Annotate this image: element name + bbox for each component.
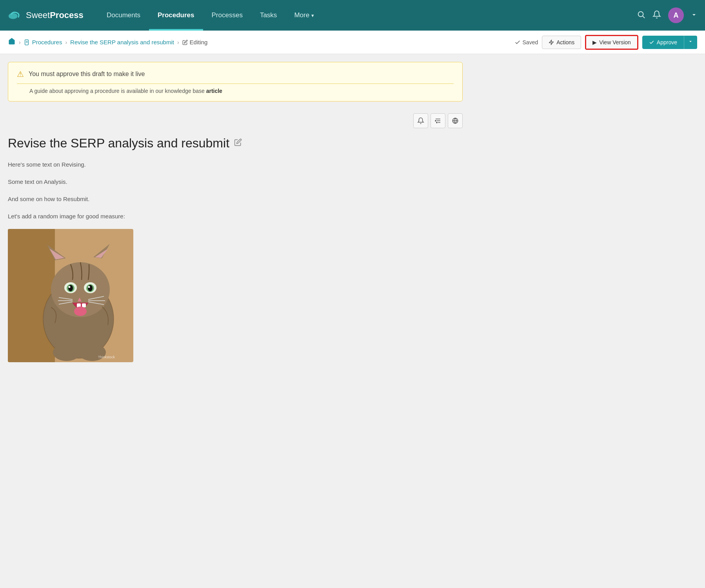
logo-sweet: Sweet (26, 10, 50, 20)
svg-point-28 (88, 285, 93, 291)
approve-button[interactable]: Approve (642, 36, 684, 49)
svg-text:Thinkstock: Thinkstock (98, 355, 115, 359)
svg-marker-6 (549, 40, 554, 45)
caret-down-icon (688, 39, 693, 44)
check-approve-icon (649, 40, 654, 45)
warning-title-text: You must approve this draft to make it l… (29, 71, 145, 78)
svg-point-29 (69, 286, 71, 288)
globe-tool-button[interactable] (448, 113, 463, 128)
breadcrumb-sep-3: › (177, 39, 179, 45)
svg-point-11 (436, 122, 437, 123)
document-image: Thinkstock (8, 229, 133, 362)
svg-rect-15 (8, 229, 55, 362)
document-title: Revise the SERP analysis and resubmit (8, 136, 463, 151)
chevron-down-icon: ▾ (311, 13, 314, 18)
check-icon (514, 39, 521, 45)
approve-group: Approve (642, 36, 697, 49)
document-title-text: Revise the SERP analysis and resubmit (8, 136, 229, 151)
warning-icon: ⚠ (17, 69, 24, 79)
svg-line-2 (643, 16, 645, 18)
svg-point-34 (74, 307, 87, 316)
main-content: ⚠ You must approve this draft to make it… (0, 54, 471, 370)
nav-item-processes[interactable]: Processes (203, 0, 251, 31)
breadcrumb-sep-1: › (19, 39, 21, 45)
doc-paragraph-4: Let's add a random image for good measur… (8, 212, 463, 221)
nav-item-procedures[interactable]: Procedures (149, 0, 203, 31)
warning-box: ⚠ You must approve this draft to make it… (8, 62, 463, 102)
nav-item-more[interactable]: More ▾ (285, 0, 323, 31)
doc-paragraph-2: Some text on Analysis. (8, 177, 463, 187)
play-icon: ▶ (592, 39, 597, 45)
avatar[interactable]: A (668, 7, 684, 23)
logo[interactable]: SweetProcess (8, 8, 86, 23)
tool-icons-row (8, 113, 463, 128)
warning-subtitle: A guide about approving a procedure is a… (17, 88, 454, 94)
view-version-button[interactable]: ▶ View Version (585, 35, 638, 50)
nav-item-tasks[interactable]: Tasks (251, 0, 285, 31)
nav-caret-button[interactable] (691, 11, 697, 20)
breadcrumb-bar: › Procedures › Revise the SERP analysis … (0, 31, 705, 54)
breadcrumb-editing: Editing (182, 39, 208, 45)
warning-title: ⚠ You must approve this draft to make it… (17, 69, 454, 84)
bell-tool-button[interactable] (413, 113, 428, 128)
edit-icon (182, 40, 188, 45)
warning-subtitle-text: A guide about approving a procedure is a… (29, 88, 206, 94)
svg-point-1 (638, 11, 643, 16)
svg-point-0 (9, 13, 18, 19)
nav-item-documents[interactable]: Documents (98, 0, 149, 31)
svg-rect-33 (82, 303, 86, 307)
nav-items: Documents Procedures Processes Tasks Mor… (98, 0, 637, 31)
svg-point-27 (68, 285, 73, 291)
svg-point-10 (435, 120, 436, 121)
nav-right: A (637, 7, 697, 23)
svg-point-30 (88, 286, 90, 288)
doc-paragraph-3: And some on how to Resubmit. (8, 194, 463, 204)
lightning-icon (549, 40, 554, 45)
document-icon (24, 39, 30, 45)
top-navigation: SweetProcess Documents Procedures Proces… (0, 0, 705, 31)
svg-point-41 (53, 344, 80, 361)
logo-process: Process (50, 10, 84, 20)
notifications-button[interactable] (652, 10, 661, 21)
article-link[interactable]: article (206, 88, 222, 94)
doc-paragraph-1: Here's some text on Revising. (8, 160, 463, 169)
breadcrumb-actions: Saved Actions ▶ View Version Approve (514, 35, 697, 50)
approve-caret-button[interactable] (684, 36, 697, 49)
search-button[interactable] (637, 10, 645, 21)
home-icon[interactable] (8, 37, 16, 47)
breadcrumb-procedures-link[interactable]: Procedures (24, 39, 62, 45)
breadcrumb-page-link[interactable]: Revise the SERP analysis and resubmit (70, 39, 174, 45)
document-body: Here's some text on Revising. Some text … (8, 160, 463, 221)
edit-title-icon[interactable] (234, 138, 242, 149)
actions-button[interactable]: Actions (542, 36, 581, 49)
saved-indicator: Saved (514, 39, 538, 45)
breadcrumb-sep-2: › (65, 39, 67, 45)
settings-tool-button[interactable] (431, 113, 445, 128)
